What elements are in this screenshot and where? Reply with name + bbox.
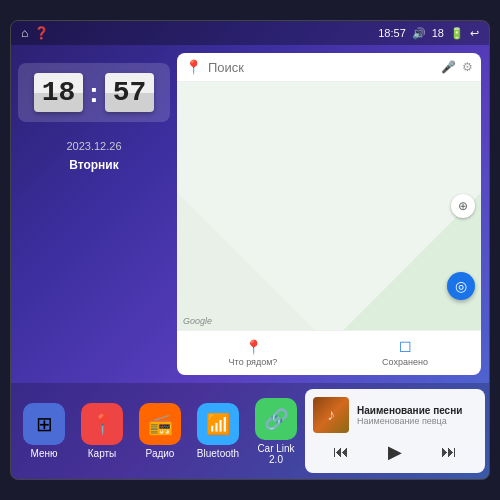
- music-controls: ⏮ ▶ ⏭: [313, 439, 477, 465]
- date-display: 2023.12.26: [66, 138, 121, 156]
- back-icon[interactable]: ↩: [470, 27, 479, 40]
- app-label-bluetooth: Bluetooth: [197, 448, 239, 459]
- time-display: 18:57: [378, 27, 406, 39]
- map-nearby-btn[interactable]: 📍 Что рядом?: [177, 335, 329, 371]
- clock-widget: 18 : 57: [18, 63, 171, 122]
- map-pin-icon: 📍: [185, 59, 202, 75]
- music-player: Наименование песни Наименование певца ⏮ …: [305, 389, 485, 473]
- left-panel: 18 : 57 2023.12.26 Вторник: [19, 53, 169, 375]
- app-icon-carlink: 🔗: [255, 398, 297, 440]
- map-zoom-icon[interactable]: ⊕: [451, 194, 475, 218]
- music-album-art: [313, 397, 349, 433]
- music-info: Наименование песни Наименование певца: [357, 405, 477, 426]
- app-label-radio: Радио: [146, 448, 175, 459]
- app-icon-menu: ⊞: [23, 403, 65, 445]
- map-saved-btn[interactable]: ☐ Сохранено: [329, 335, 481, 371]
- app-label-maps: Карты: [88, 448, 117, 459]
- help-icon[interactable]: ❓: [34, 26, 49, 40]
- music-artist: Наименование певца: [357, 416, 477, 426]
- app-item-radio[interactable]: 📻Радио: [135, 403, 185, 459]
- right-panel: 📍 🎤 ⚙ ⊕ ◎ Google 📍 Что ряд: [177, 53, 481, 375]
- music-title: Наименование песни: [357, 405, 477, 416]
- clock-separator: :: [89, 77, 98, 109]
- clock-minutes: 57: [105, 73, 155, 112]
- app-item-carlink[interactable]: 🔗Car Link 2.0: [251, 398, 301, 465]
- battery-icon: 🔋: [450, 27, 464, 40]
- app-icon-maps: 📍: [81, 403, 123, 445]
- battery-level: 18: [432, 27, 444, 39]
- app-label-menu: Меню: [30, 448, 57, 459]
- map-location-btn[interactable]: ◎: [447, 272, 475, 300]
- music-next-btn[interactable]: ⏭: [435, 441, 463, 463]
- app-item-maps[interactable]: 📍Карты: [77, 403, 127, 459]
- google-logo: Google: [183, 316, 212, 326]
- nearby-label: Что рядом?: [229, 357, 278, 367]
- weekday-display: Вторник: [66, 156, 121, 175]
- map-search-input[interactable]: [208, 60, 435, 75]
- status-bar: ⌂ ❓ 18:57 🔊 18 🔋 ↩: [11, 21, 489, 45]
- map-area[interactable]: ⊕ ◎ Google: [177, 82, 481, 330]
- device-frame: ⌂ ❓ 18:57 🔊 18 🔋 ↩ 18 : 57 2023.12.26 Вт…: [10, 20, 490, 480]
- app-item-menu[interactable]: ⊞Меню: [19, 403, 69, 459]
- music-play-btn[interactable]: ▶: [382, 439, 408, 465]
- map-widget: 📍 🎤 ⚙ ⊕ ◎ Google 📍 Что ряд: [177, 53, 481, 375]
- volume-icon: 🔊: [412, 27, 426, 40]
- saved-label: Сохранено: [382, 357, 428, 367]
- status-bar-right: 18:57 🔊 18 🔋 ↩: [378, 27, 479, 40]
- music-prev-btn[interactable]: ⏮: [327, 441, 355, 463]
- saved-icon: ☐: [399, 339, 412, 355]
- nearby-icon: 📍: [245, 339, 262, 355]
- app-icon-bluetooth: 📶: [197, 403, 239, 445]
- bottom-bar: ⊞Меню📍Карты📻Радио📶Bluetooth🔗Car Link 2.0…: [11, 383, 489, 479]
- gear-icon[interactable]: ⚙: [462, 60, 473, 74]
- mic-icon[interactable]: 🎤: [441, 60, 456, 74]
- map-bottom-bar: 📍 Что рядом? ☐ Сохранено: [177, 330, 481, 375]
- apps-area: ⊞Меню📍Карты📻Радио📶Bluetooth🔗Car Link 2.0: [19, 389, 301, 473]
- home-icon[interactable]: ⌂: [21, 26, 28, 40]
- app-item-bluetooth[interactable]: 📶Bluetooth: [193, 403, 243, 459]
- date-info: 2023.12.26 Вторник: [66, 138, 121, 175]
- music-top: Наименование песни Наименование певца: [313, 397, 477, 433]
- main-content: 18 : 57 2023.12.26 Вторник 📍 🎤 ⚙: [11, 45, 489, 383]
- clock-hours: 18: [34, 73, 84, 112]
- app-icon-radio: 📻: [139, 403, 181, 445]
- map-search-bar: 📍 🎤 ⚙: [177, 53, 481, 82]
- app-label-carlink: Car Link 2.0: [251, 443, 301, 465]
- status-bar-left: ⌂ ❓: [21, 26, 49, 40]
- map-search-icons: 🎤 ⚙: [441, 60, 473, 74]
